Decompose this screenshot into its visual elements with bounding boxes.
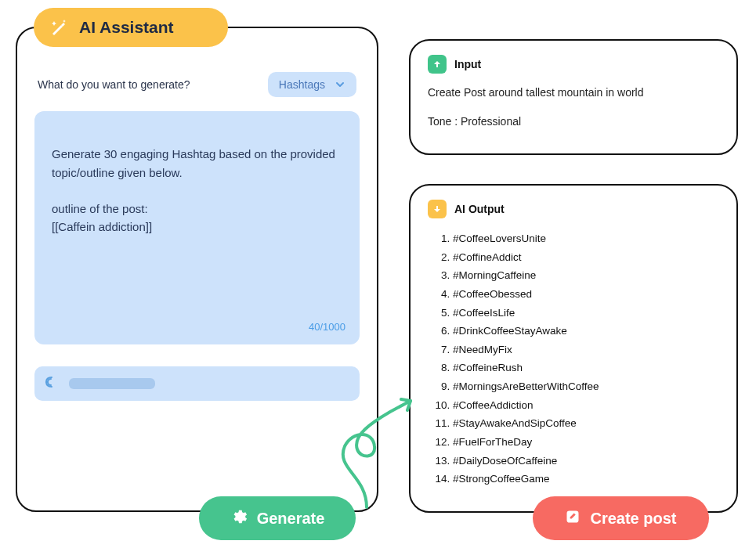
generation-type-select[interactable]: Hashtags [268,72,356,97]
hashtag-item: #StayAwakeAndSipCoffee [453,414,719,433]
hashtag-item: #MorningCaffeine [453,266,719,285]
hashtag-item: #DrinkCoffeeStayAwake [453,322,719,341]
input-title: Input [454,58,481,70]
textarea-content: Generate 30 engaging Hashtag based on th… [52,147,335,233]
arrow-up-icon [428,55,447,74]
create-post-button[interactable]: Create post [533,496,709,540]
generate-button[interactable]: Generate [199,496,356,540]
sound-wave-icon [45,375,60,392]
hashtag-item: #CoffineAddict [453,248,719,267]
hashtag-item: #CoffeineRush [453,359,719,377]
input-header: Input [428,55,719,74]
output-title: AI Output [454,203,505,215]
ai-assistant-title: AI Assistant [79,18,174,37]
prompt-row: What do you want to generate? Hashtags [34,72,360,97]
hashtag-item: #CoffeeIsLife [453,304,719,323]
edit-icon [565,509,581,528]
prompt-label: What do you want to generate? [38,78,190,91]
magic-wand-icon [49,18,68,37]
audio-waveform [69,378,155,389]
input-card: Input Create Post around tallest mountai… [409,39,738,155]
hashtag-item: #MorningsAreBetterWithCoffee [453,377,719,396]
create-post-label: Create post [590,510,676,528]
hashtag-item: #DailyDoseOfCaffeine [453,452,719,470]
hashtag-item: #CoffeeAddiction [453,396,719,415]
type-selected-label: Hashtags [279,78,325,91]
output-header: AI Output [428,200,719,218]
generate-label: Generate [257,510,325,528]
hashtag-item: #NeedMyFix [453,341,719,359]
hashtag-item: #FuelForTheDay [453,433,719,452]
hashtag-list: #CoffeeLoversUnite#CoffineAddict#Morning… [428,229,719,489]
ai-assistant-badge: AI Assistant [34,8,228,47]
input-text: Create Post around tallest mountain in w… [428,85,719,101]
output-card: AI Output #CoffeeLoversUnite#CoffineAddi… [409,184,738,513]
char-counter: 40/1000 [309,319,345,335]
gear-icon [230,508,248,529]
audio-input-bar[interactable] [34,366,360,401]
hashtag-item: #CoffeeLoversUnite [453,229,719,248]
prompt-textarea[interactable]: Generate 30 engaging Hashtag based on th… [34,111,360,344]
tone-text: Tone : Professional [428,115,719,128]
chevron-down-icon [335,79,345,90]
arrow-down-icon [428,200,447,218]
hashtag-item: #CoffeeObessed [453,285,719,304]
hashtag-item: #StrongCoffeeGame [453,470,719,489]
assistant-panel: What do you want to generate? Hashtags G… [16,27,378,512]
